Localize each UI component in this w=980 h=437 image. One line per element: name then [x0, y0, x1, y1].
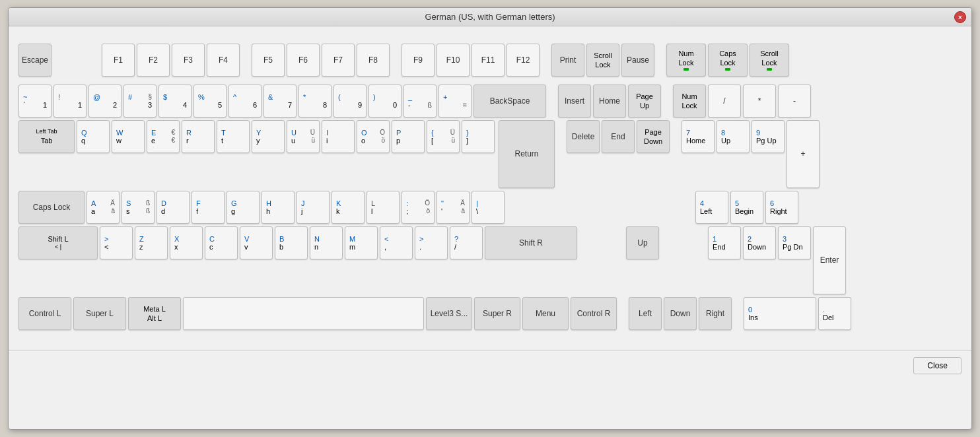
key-numpad-1[interactable]: 1 End — [708, 226, 741, 259]
key-super-left[interactable]: Super L — [73, 297, 126, 330]
key-f6[interactable]: F6 — [287, 44, 320, 77]
key-bracket-right[interactable]: } ] — [462, 120, 495, 153]
key-a[interactable]: AÄ aä — [87, 191, 120, 224]
key-f10[interactable]: F10 — [437, 44, 470, 77]
key-up[interactable]: Up — [626, 226, 659, 259]
key-q[interactable]: Q q — [77, 120, 110, 153]
key-f5[interactable]: F5 — [252, 44, 285, 77]
key-r[interactable]: R r — [182, 120, 215, 153]
key-angle-bracket[interactable]: > < — [100, 226, 133, 259]
key-n[interactable]: N n — [310, 226, 343, 259]
key-2[interactable]: @ 2 — [88, 84, 122, 118]
key-f9[interactable]: F9 — [402, 44, 435, 77]
key-backslash[interactable]: | \ — [472, 191, 505, 224]
key-level3[interactable]: Level3 S... — [426, 297, 472, 330]
key-f12[interactable]: F12 — [507, 44, 540, 77]
key-numpad-slash[interactable]: / — [708, 84, 741, 118]
key-z[interactable]: Z z — [135, 226, 168, 259]
key-comma[interactable]: < , — [380, 226, 413, 259]
key-3[interactable]: #§ 3 — [123, 84, 157, 118]
key-shift-left[interactable]: Shift L < | — [18, 226, 98, 259]
key-shift-right[interactable]: Shift R — [485, 226, 577, 259]
key-w[interactable]: W w — [112, 120, 145, 153]
key-slash[interactable]: ? / — [450, 226, 483, 259]
key-ctrl-right[interactable]: Control R — [571, 297, 617, 330]
key-e[interactable]: E€ e€ — [147, 120, 180, 153]
key-y[interactable]: Y y — [252, 120, 285, 153]
key-numpad-5[interactable]: 5 Begin — [730, 191, 763, 224]
key-7[interactable]: & 7 — [263, 84, 297, 118]
key-numpad-minus[interactable]: - — [778, 84, 811, 118]
key-minus[interactable]: _ -ß — [403, 84, 437, 118]
key-tilde[interactable]: ~ `1 — [18, 84, 52, 118]
key-end[interactable]: End — [602, 120, 635, 153]
key-s[interactable]: Sß sß — [122, 191, 155, 224]
key-6[interactable]: ^ 6 — [228, 84, 262, 118]
key-ctrl-left[interactable]: Control L — [18, 297, 71, 330]
key-numpad-8[interactable]: 8 Up — [717, 120, 750, 153]
key-backspace[interactable]: BackSpace — [473, 84, 546, 118]
key-bracket-left[interactable]: {Ü [ü — [427, 120, 460, 153]
key-f3[interactable]: F3 — [172, 44, 205, 77]
key-h[interactable]: H h — [262, 191, 295, 224]
key-f2[interactable]: F2 — [137, 44, 170, 77]
key-numpad-2[interactable]: 2 Down — [743, 226, 776, 259]
key-numpad-7[interactable]: 7 Home — [682, 120, 715, 153]
window-close-button[interactable]: × — [954, 11, 966, 23]
key-4[interactable]: $ 4 — [158, 84, 192, 118]
key-f1[interactable]: F1 — [102, 44, 135, 77]
key-p[interactable]: P p — [392, 120, 425, 153]
key-return[interactable]: Return — [499, 120, 555, 188]
key-u[interactable]: UÜ uü — [287, 120, 320, 153]
key-arrow-right[interactable]: Right — [699, 297, 732, 330]
key-insert[interactable]: Insert — [558, 84, 591, 118]
key-numpad-4[interactable]: 4 Left — [695, 191, 728, 224]
key-caps-lock[interactable]: Caps Lock — [18, 191, 85, 224]
key-f[interactable]: F f — [192, 191, 225, 224]
key-numpad-9[interactable]: 9 Pg Up — [752, 120, 785, 153]
key-numpad-decimal[interactable]: . Del — [818, 297, 851, 330]
key-page-down[interactable]: PageDown — [637, 120, 670, 153]
key-8[interactable]: * 8 — [298, 84, 332, 118]
key-f4[interactable]: F4 — [207, 44, 240, 77]
key-numpad-0[interactable]: 0 Ins — [744, 297, 816, 330]
key-delete[interactable]: Delete — [567, 120, 600, 153]
key-m[interactable]: M m — [345, 226, 378, 259]
key-menu[interactable]: Menu — [522, 297, 569, 330]
key-f7[interactable]: F7 — [322, 44, 355, 77]
key-numpad-numlock[interactable]: NumLock — [673, 84, 706, 118]
key-c[interactable]: C c — [205, 226, 238, 259]
key-period[interactable]: > . — [415, 226, 448, 259]
key-g[interactable]: G g — [227, 191, 260, 224]
key-0[interactable]: ) 0 — [368, 84, 402, 118]
key-k[interactable]: K k — [332, 191, 365, 224]
key-home[interactable]: Home — [593, 84, 626, 118]
key-f11[interactable]: F11 — [472, 44, 505, 77]
key-scroll-lock[interactable]: ScrollLock — [586, 44, 619, 77]
key-o[interactable]: OÖ oö — [357, 120, 390, 153]
key-b[interactable]: B b — [275, 226, 308, 259]
key-t[interactable]: T t — [217, 120, 250, 153]
key-d[interactable]: D d — [157, 191, 190, 224]
key-l[interactable]: L l — [367, 191, 400, 224]
key-v[interactable]: V v — [240, 226, 273, 259]
key-escape[interactable]: Escape — [18, 44, 52, 77]
key-numpad-plus[interactable]: + — [787, 120, 820, 188]
key-1[interactable]: ! 1 — [53, 84, 87, 118]
key-equals[interactable]: + = — [438, 84, 472, 118]
key-numpad-6[interactable]: 6 Right — [765, 191, 798, 224]
key-f8[interactable]: F8 — [357, 44, 390, 77]
key-j[interactable]: J j — [297, 191, 330, 224]
key-numpad-star[interactable]: * — [743, 84, 776, 118]
key-arrow-left[interactable]: Left — [629, 297, 662, 330]
key-5[interactable]: % 5 — [193, 84, 227, 118]
key-alt-left[interactable]: Meta L Alt L — [128, 297, 181, 330]
key-super-right[interactable]: Super R — [474, 297, 520, 330]
key-x[interactable]: X x — [170, 226, 203, 259]
key-semicolon[interactable]: :Ö ;ö — [402, 191, 435, 224]
close-dialog-button[interactable]: Close — [913, 357, 962, 374]
key-numpad-enter[interactable]: Enter — [813, 226, 846, 294]
key-quote[interactable]: "Ä 'ä — [437, 191, 470, 224]
key-print[interactable]: Print — [551, 44, 584, 77]
key-page-up[interactable]: PageUp — [628, 84, 661, 118]
